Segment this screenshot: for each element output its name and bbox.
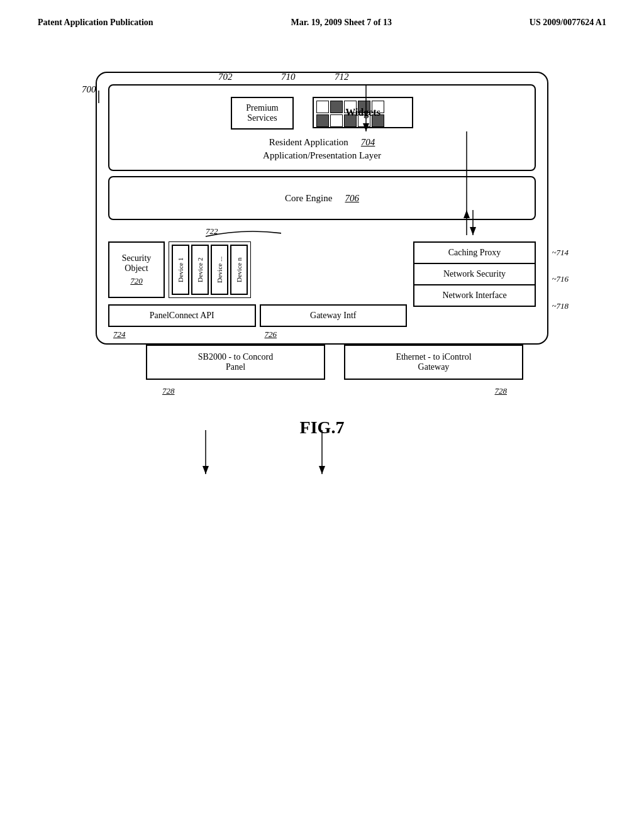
device-n-label: Device n: [235, 257, 243, 282]
device-1-box: Device 1: [172, 245, 189, 295]
app-layer-box: Premium Services: [108, 84, 536, 171]
label-700: 700: [82, 84, 96, 95]
device-2-label: Device 2: [196, 257, 204, 282]
header-left: Patent Application Publication: [38, 18, 153, 28]
widget-cell-1: [316, 101, 329, 113]
premium-services-box: Premium Services: [231, 97, 294, 130]
app-pres-label: Application/Presentation Layer: [118, 150, 526, 161]
device-1-label: Device 1: [177, 257, 184, 282]
widget-cell-2: [330, 101, 343, 113]
gateway-label: Gateway Intf: [310, 311, 356, 320]
label-716: ~716: [552, 274, 569, 284]
network-interface-label: Network Interface: [442, 290, 506, 300]
resident-app-label: Resident Application: [269, 137, 348, 148]
core-engine-label: Core Engine: [285, 193, 332, 204]
page-header: Patent Application Publication Mar. 19, …: [0, 0, 644, 34]
widgets-box: Widgets: [313, 97, 413, 128]
label-726: 726: [265, 329, 277, 340]
sb2000-box: SB2000 - to Concord Panel 728: [146, 345, 325, 380]
header-center: Mar. 19, 2009 Sheet 7 of 13: [291, 18, 391, 28]
network-security-box: Network Security: [413, 263, 536, 284]
figure-label: FIG.7: [0, 418, 644, 438]
core-engine-box: Core Engine 706: [108, 176, 536, 220]
svg-marker-8: [203, 466, 209, 474]
label-724: 724: [113, 329, 126, 340]
premium-services-label: Premium Services: [241, 103, 284, 123]
label-714: ~714: [552, 248, 569, 257]
widget-cell-7: [330, 114, 343, 127]
ethernet-box: Ethernet - to iControl Gateway 728: [344, 345, 523, 380]
device-2-box: Device 2: [191, 245, 209, 295]
main-container: Premium Services: [96, 72, 548, 345]
label-720: 720: [130, 276, 143, 286]
device-n-box: Device n: [230, 245, 248, 295]
widgets-label: Widgets: [345, 107, 380, 118]
security-object-label: Security Object: [122, 253, 152, 274]
svg-marker-10: [319, 466, 325, 474]
caching-proxy-label: Caching Proxy: [448, 248, 501, 257]
label-728-right: 728: [495, 386, 508, 396]
panelconnect-label: PanelConnect API: [150, 311, 214, 320]
label-718: ~718: [552, 301, 569, 311]
device-dots-box: Device ...: [211, 245, 228, 295]
header-right: US 2009/0077624 A1: [530, 18, 606, 28]
gateway-box: Gateway Intf 726: [260, 304, 408, 327]
caching-proxy-box: Caching Proxy: [413, 241, 536, 263]
network-security-label: Network Security: [443, 269, 506, 279]
device-dots-label: Device ...: [216, 257, 223, 283]
widget-cell-6: [316, 114, 329, 127]
label-728-left: 728: [162, 386, 175, 396]
ethernet-label: Ethernet - to iControl Gateway: [396, 352, 471, 372]
sb2000-label: SB2000 - to Concord Panel: [198, 352, 273, 372]
label-706: 706: [345, 193, 359, 204]
label-704: 704: [361, 137, 375, 148]
devices-group: Device 1 Device 2 Device ... Device n: [169, 241, 251, 298]
security-object-box: Security Object 720: [108, 241, 165, 298]
network-interface-box: Network Interface: [413, 284, 536, 307]
panelconnect-box: PanelConnect API 724: [108, 304, 256, 327]
